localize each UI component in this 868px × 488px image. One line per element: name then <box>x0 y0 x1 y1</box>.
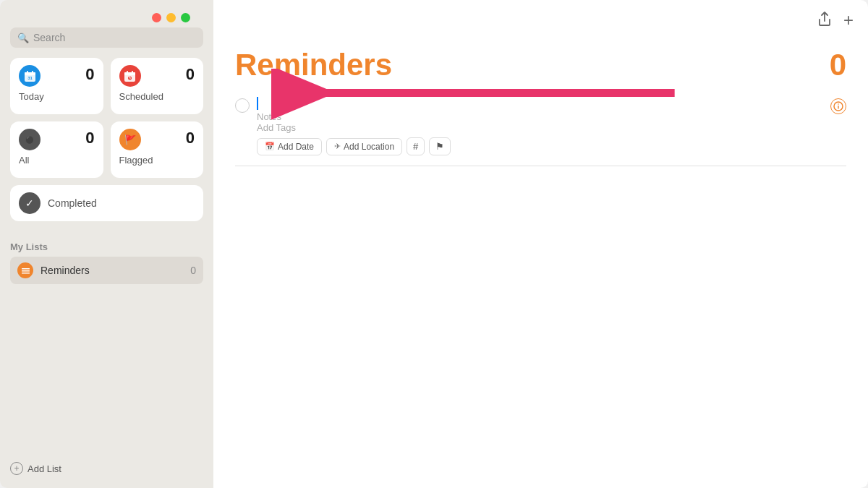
search-icon: 🔍 <box>17 33 29 43</box>
smart-lists-grid: 31 0 Today <box>10 58 203 178</box>
smart-list-all[interactable]: ⚫ 0 All <box>10 121 103 178</box>
svg-rect-16 <box>838 106 838 109</box>
app-window: 🔍 Search 31 <box>0 0 868 488</box>
today-count: 0 <box>85 65 94 84</box>
all-count: 0 <box>85 129 94 147</box>
reminders-count: 0 <box>830 48 846 82</box>
svg-point-17 <box>838 103 839 105</box>
scheduled-icon <box>119 65 141 87</box>
reminder-input-line <box>257 97 823 110</box>
sidebar-top: 🔍 Search 31 <box>0 0 213 241</box>
svg-rect-14 <box>22 273 30 274</box>
smart-list-today-top: 31 0 <box>19 65 95 87</box>
add-list-icon: + <box>10 462 23 475</box>
reminder-checkbox[interactable] <box>235 98 250 113</box>
sidebar: 🔍 Search 31 <box>0 0 213 488</box>
reminders-list-count: 0 <box>190 265 196 276</box>
svg-rect-12 <box>22 268 30 270</box>
svg-rect-3 <box>27 71 28 74</box>
flag-label: ⚑ <box>435 141 444 152</box>
svg-rect-4 <box>32 71 33 74</box>
search-placeholder: Search <box>33 32 65 43</box>
info-button[interactable] <box>830 98 846 114</box>
flagged-label: Flagged <box>119 155 195 166</box>
smart-list-flagged[interactable]: 🚩 0 Flagged <box>111 121 204 178</box>
reminders-list-icon <box>17 262 33 278</box>
svg-rect-13 <box>22 270 30 272</box>
svg-rect-11 <box>129 77 131 78</box>
traffic-lights <box>152 13 190 22</box>
maximize-button[interactable] <box>181 13 190 22</box>
all-label: All <box>19 155 95 166</box>
list-item-reminders[interactable]: Reminders 0 <box>10 257 203 284</box>
smart-list-flagged-top: 🚩 0 <box>119 129 195 150</box>
completed-label: Completed <box>48 197 97 209</box>
scheduled-count: 0 <box>186 65 195 84</box>
hash-label: # <box>413 141 418 152</box>
svg-text:31: 31 <box>27 76 33 80</box>
text-cursor <box>257 97 258 110</box>
reminder-tags[interactable]: Add Tags <box>257 122 823 133</box>
svg-rect-7 <box>127 71 128 74</box>
add-location-button[interactable]: ✈ Add Location <box>326 138 402 155</box>
add-reminder-button[interactable]: + <box>843 10 854 30</box>
search-bar[interactable]: 🔍 Search <box>10 27 203 48</box>
close-button[interactable] <box>152 13 161 22</box>
reminder-notes[interactable]: Notes <box>257 111 823 122</box>
reminders-title: Reminders <box>235 48 392 82</box>
flagged-icon: 🚩 <box>119 129 141 150</box>
smart-list-today[interactable]: 31 0 Today <box>10 58 103 114</box>
content-area: Reminders 0 Notes Add Tags 📅 <box>213 40 868 488</box>
smart-list-all-top: ⚫ 0 <box>19 129 95 150</box>
minimize-button[interactable] <box>166 13 176 22</box>
add-location-label: Add Location <box>344 142 394 152</box>
reminders-list-name: Reminders <box>41 265 183 276</box>
share-button[interactable] <box>817 11 832 30</box>
today-icon: 31 <box>19 65 41 87</box>
add-date-button[interactable]: 📅 Add Date <box>257 138 322 155</box>
smart-list-scheduled[interactable]: 0 Scheduled <box>111 58 204 114</box>
flagged-count: 0 <box>186 129 195 147</box>
my-lists-section: My Lists Reminders 0 <box>0 241 213 284</box>
completed-icon: ✓ <box>19 192 41 214</box>
new-reminder-row: Notes Add Tags 📅 Add Date ✈ Add Location <box>235 97 846 166</box>
all-icon: ⚫ <box>19 129 41 150</box>
add-list-label: Add List <box>27 463 61 474</box>
add-tag-button[interactable]: # <box>407 137 425 155</box>
reminder-actions: 📅 Add Date ✈ Add Location # ⚑ <box>257 137 823 155</box>
calendar-icon: 📅 <box>265 142 275 151</box>
add-flag-button[interactable]: ⚑ <box>429 137 451 155</box>
svg-rect-8 <box>132 71 133 74</box>
add-date-label: Add Date <box>278 142 314 152</box>
main-content: + Reminders 0 Notes Add <box>213 0 868 488</box>
main-container: 🔍 Search 31 <box>0 0 868 488</box>
location-icon: ✈ <box>334 142 341 151</box>
scheduled-label: Scheduled <box>119 91 195 102</box>
reminder-text-area: Notes Add Tags 📅 Add Date ✈ Add Location <box>257 97 823 155</box>
toolbar: + <box>213 0 868 40</box>
completed-card[interactable]: ✓ Completed <box>10 185 203 221</box>
today-label: Today <box>19 91 95 102</box>
svg-rect-1 <box>25 72 35 75</box>
my-lists-header: My Lists <box>10 241 203 252</box>
svg-rect-6 <box>124 72 135 75</box>
smart-list-scheduled-top: 0 <box>119 65 195 87</box>
add-list-button[interactable]: + Add List <box>10 462 61 475</box>
reminders-header: Reminders 0 <box>235 48 846 82</box>
